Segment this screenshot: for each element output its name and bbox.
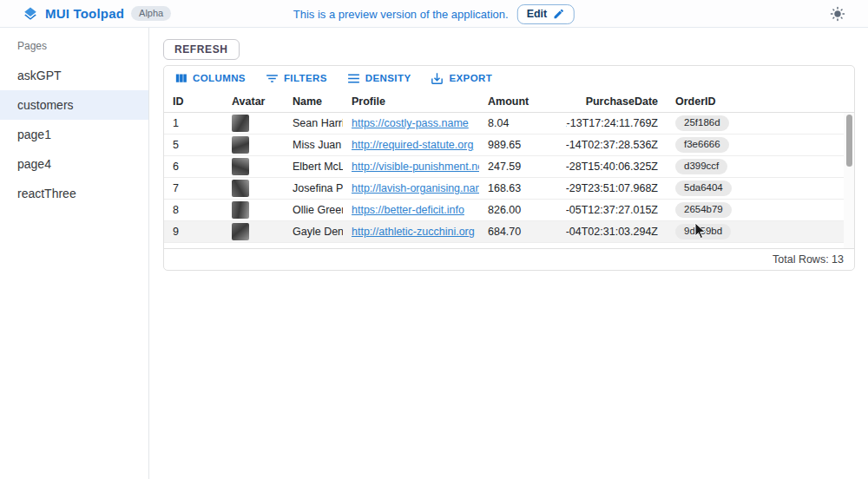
- cell-avatar: [223, 223, 284, 240]
- columns-button[interactable]: COLUMNS: [174, 71, 246, 86]
- sidebar: Pages askGPTcustomerspage1page4reactThre…: [0, 28, 149, 479]
- cell-name: Sean Harris: [284, 117, 343, 129]
- profile-link[interactable]: http://athletic-zucchini.org: [352, 226, 475, 238]
- scrollbar-thumb[interactable]: [846, 115, 852, 167]
- cell-purchaseDate: 2014-01-14T02:37:28.536Z: [566, 139, 667, 151]
- cell-orderId: 25f186d: [667, 115, 854, 131]
- cell-purchaseDate: 2076-03-29T23:51:07.968Z: [566, 182, 667, 194]
- cell-orderId: 9dc59bd: [667, 224, 854, 240]
- sidebar-items: askGPTcustomerspage1page4reactThree: [0, 61, 148, 208]
- order-id-chip[interactable]: 25f186d: [675, 115, 729, 131]
- total-rows-label: Total Rows: 13: [773, 253, 844, 266]
- table-row[interactable]: 9Gayle Den…http://athletic-zucchini.org6…: [164, 221, 854, 243]
- cell-id: 8: [164, 204, 223, 216]
- toolbar-button-label: COLUMNS: [193, 73, 246, 83]
- cell-purchaseDate: 1997-11-13T17:24:11.769Z: [566, 117, 667, 129]
- export-button[interactable]: EXPORT: [430, 71, 492, 86]
- column-header-purchaseDate[interactable]: PurchaseDate: [566, 95, 667, 108]
- column-header-name[interactable]: Name: [284, 95, 343, 108]
- cell-orderId: d399ccf: [667, 159, 854, 174]
- cell-avatar: [223, 201, 284, 219]
- sidebar-item-customers[interactable]: customers: [0, 90, 148, 120]
- cell-name: Elbert McL…: [284, 161, 343, 173]
- avatar: [232, 136, 249, 154]
- app-title: MUI Toolpad: [45, 6, 124, 21]
- avatar: [232, 158, 249, 175]
- profile-link[interactable]: https://costly-pass.name: [352, 117, 469, 129]
- order-id-chip[interactable]: d399ccf: [675, 159, 727, 174]
- vertical-scrollbar[interactable]: [844, 113, 854, 248]
- cell-profile: http://lavish-organising.name: [343, 182, 479, 194]
- cell-avatar: [223, 180, 284, 197]
- cell-amount: 247.59: [479, 161, 566, 173]
- density-icon: [346, 71, 361, 86]
- column-header-id[interactable]: ID: [164, 95, 223, 108]
- avatar: [232, 201, 249, 219]
- brand: MUI Toolpad Alpha: [0, 6, 171, 22]
- preview-banner: This is a preview version of the applica…: [293, 0, 575, 28]
- order-id-chip[interactable]: 5da6404: [675, 180, 732, 196]
- sidebar-item-page4[interactable]: page4: [0, 149, 148, 179]
- toolbar-button-label: EXPORT: [449, 73, 492, 83]
- profile-link[interactable]: http://required-statute.org: [352, 139, 473, 151]
- cell-profile: http://visible-punishment.net: [343, 161, 479, 173]
- cell-id: 9: [164, 226, 223, 238]
- order-id-chip[interactable]: 2654b79: [675, 202, 732, 218]
- avatar: [232, 180, 249, 197]
- column-header-avatar[interactable]: Avatar: [223, 95, 284, 108]
- table-row[interactable]: 5Miss Juan …http://required-statute.org9…: [164, 135, 854, 156]
- sidebar-section-label: Pages: [0, 28, 148, 61]
- toolbar-button-label: DENSITY: [365, 73, 411, 83]
- theme-toggle-button[interactable]: [830, 6, 845, 22]
- data-grid-panel: COLUMNSFILTERSDENSITYEXPORT IDAvatarName…: [163, 65, 855, 271]
- cell-profile: http://required-statute.org: [343, 139, 479, 151]
- cell-profile: http://athletic-zucchini.org: [343, 226, 479, 238]
- cell-id: 5: [164, 139, 223, 151]
- grid-rows-viewport: 1Sean Harrishttps://costly-pass.name8.04…: [164, 113, 854, 248]
- sidebar-item-askGPT[interactable]: askGPT: [0, 61, 148, 90]
- profile-link[interactable]: http://lavish-organising.name: [352, 182, 479, 194]
- avatar: [232, 223, 249, 240]
- column-header-amount[interactable]: Amount: [479, 95, 566, 108]
- density-button[interactable]: DENSITY: [346, 71, 411, 86]
- profile-link[interactable]: https://better-deficit.info: [352, 204, 464, 216]
- main-content: REFRESH COLUMNSFILTERSDENSITYEXPORT IDAv…: [149, 28, 868, 479]
- cell-orderId: 5da6404: [667, 180, 854, 196]
- cell-profile: https://costly-pass.name: [343, 117, 479, 129]
- toolpad-logo-icon: [23, 6, 38, 22]
- order-id-chip[interactable]: f3e6666: [675, 137, 729, 153]
- cell-name: Josefina P…: [284, 182, 343, 194]
- edit-button[interactable]: Edit: [517, 4, 575, 24]
- cell-amount: 684.70: [479, 226, 566, 238]
- refresh-button[interactable]: REFRESH: [163, 39, 240, 60]
- table-row[interactable]: 8Ollie Green…https://better-deficit.info…: [164, 200, 854, 221]
- cell-id: 7: [164, 182, 223, 194]
- cell-orderId: f3e6666: [667, 137, 854, 153]
- cell-name: Ollie Green…: [284, 204, 343, 216]
- table-row[interactable]: 7Josefina P…http://lavish-organising.nam…: [164, 178, 854, 200]
- table-row[interactable]: 6Elbert McL…http://visible-punishment.ne…: [164, 156, 854, 178]
- column-header-profile[interactable]: Profile: [343, 95, 479, 108]
- filter-icon: [265, 71, 279, 86]
- cell-purchaseDate: 2088-05-04T02:31:03.294Z: [566, 226, 667, 238]
- grid-header-row: IDAvatarNameProfileAmountPurchaseDateOrd…: [164, 90, 854, 113]
- cell-id: 6: [164, 161, 223, 173]
- profile-link[interactable]: http://visible-punishment.net: [352, 161, 479, 173]
- export-icon: [430, 71, 444, 86]
- cell-purchaseDate: 2086-09-05T12:37:27.015Z: [566, 204, 667, 216]
- app-header: MUI Toolpad Alpha This is a preview vers…: [0, 0, 868, 28]
- cell-orderId: 2654b79: [667, 202, 854, 218]
- order-id-chip[interactable]: 9dc59bd: [675, 224, 731, 240]
- cell-avatar: [223, 158, 284, 175]
- avatar: [232, 115, 249, 132]
- cell-amount: 8.04: [479, 117, 566, 129]
- cell-profile: https://better-deficit.info: [343, 204, 479, 216]
- sidebar-item-page1[interactable]: page1: [0, 120, 148, 149]
- edit-button-label: Edit: [527, 8, 548, 20]
- alpha-badge: Alpha: [131, 6, 171, 21]
- filters-button[interactable]: FILTERS: [265, 71, 327, 86]
- cell-name: Gayle Den…: [284, 226, 343, 238]
- column-header-orderId[interactable]: OrderID: [667, 95, 854, 108]
- sidebar-item-reactThree[interactable]: reactThree: [0, 179, 148, 208]
- table-row[interactable]: 1Sean Harrishttps://costly-pass.name8.04…: [164, 113, 854, 135]
